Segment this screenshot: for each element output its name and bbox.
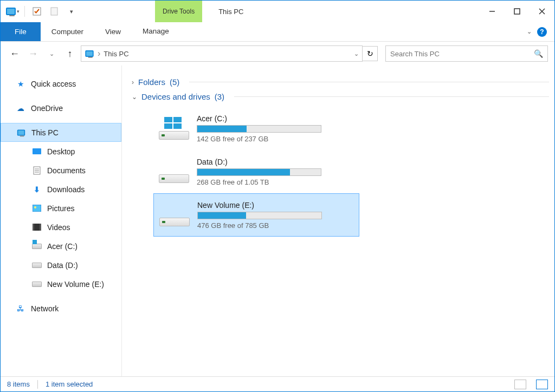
tab-file[interactable]: File bbox=[1, 22, 41, 41]
status-selection: 1 item selected bbox=[46, 380, 93, 388]
contextual-tab-drive-tools[interactable]: Drive Tools bbox=[155, 1, 202, 22]
tab-view[interactable]: View bbox=[94, 22, 132, 41]
drive-icon bbox=[159, 117, 189, 140]
nav-up-button[interactable]: ↑ bbox=[62, 46, 78, 61]
sidebar-item-onedrive[interactable]: ☁ OneDrive bbox=[1, 99, 121, 117]
sidebar-label: Network bbox=[31, 304, 59, 313]
tab-computer[interactable]: Computer bbox=[41, 22, 94, 41]
qat-app-icon[interactable]: ▾ bbox=[5, 5, 20, 18]
refresh-button[interactable]: ↻ bbox=[363, 46, 378, 61]
sidebar-label: Videos bbox=[47, 223, 70, 232]
svg-rect-16 bbox=[173, 117, 182, 122]
sidebar-label: New Volume (E:) bbox=[47, 280, 104, 289]
network-icon: 🖧 bbox=[16, 304, 25, 313]
monitor-icon bbox=[16, 128, 26, 138]
sidebar-label: Downloads bbox=[47, 185, 85, 194]
monitor-icon bbox=[6, 8, 16, 15]
svg-point-11 bbox=[34, 206, 36, 208]
status-divider bbox=[37, 380, 38, 389]
svg-rect-17 bbox=[164, 123, 172, 129]
svg-rect-18 bbox=[173, 123, 182, 129]
drive-usage-bar bbox=[197, 212, 322, 219]
sidebar-item-documents[interactable]: Documents bbox=[1, 161, 121, 180]
content-pane: › Folders (5) ⌄ Devices and drives (3) bbox=[122, 66, 554, 376]
checkbox-icon bbox=[32, 6, 42, 16]
group-header-folders[interactable]: › Folders (5) bbox=[132, 77, 549, 87]
sidebar-label: Pictures bbox=[47, 204, 75, 213]
close-button[interactable] bbox=[530, 1, 554, 22]
drive-name: Acer (C:) bbox=[197, 114, 354, 123]
nav-back-button[interactable]: ← bbox=[7, 46, 22, 61]
drive-icon bbox=[32, 260, 42, 270]
sidebar-label: Quick access bbox=[31, 80, 76, 88]
drive-icon bbox=[159, 160, 189, 183]
documents-icon bbox=[32, 166, 42, 175]
sidebar-label: Acer (C:) bbox=[47, 242, 78, 251]
svg-rect-3 bbox=[514, 9, 520, 14]
sidebar-item-drive-d[interactable]: Data (D:) bbox=[1, 256, 121, 275]
view-details-button[interactable] bbox=[514, 380, 526, 389]
group-label: Devices and drives bbox=[141, 92, 210, 101]
group-label: Folders bbox=[138, 77, 165, 87]
window-title: This PC bbox=[218, 1, 243, 22]
status-item-count: 8 items bbox=[7, 380, 30, 388]
sidebar-item-pictures[interactable]: Pictures bbox=[1, 199, 121, 218]
close-icon bbox=[539, 8, 545, 15]
drive-usage-bar bbox=[197, 125, 321, 133]
group-count: (5) bbox=[170, 77, 179, 87]
view-tiles-button[interactable] bbox=[536, 380, 548, 389]
group-header-devices[interactable]: ⌄ Devices and drives (3) bbox=[132, 92, 549, 101]
address-dropdown[interactable]: ⌄ bbox=[354, 50, 359, 57]
sidebar-item-desktop[interactable]: Desktop bbox=[1, 142, 121, 161]
search-input[interactable] bbox=[390, 50, 534, 58]
nav-recent-button[interactable]: ⌄ bbox=[44, 46, 59, 61]
search-icon[interactable]: 🔍 bbox=[534, 49, 543, 58]
address-path: This PC bbox=[104, 50, 351, 58]
drive-item-d[interactable]: Data (D:) 268 GB free of 1.05 TB bbox=[153, 150, 359, 193]
sidebar-item-drive-c[interactable]: Acer (C:) bbox=[1, 237, 121, 256]
help-icon[interactable]: ? bbox=[537, 27, 547, 37]
ribbon-expand-button[interactable]: ⌄ bbox=[527, 28, 532, 35]
svg-rect-13 bbox=[33, 224, 34, 231]
sidebar-item-this-pc[interactable]: This PC bbox=[1, 123, 121, 142]
sidebar-label: Data (D:) bbox=[47, 261, 78, 270]
svg-rect-15 bbox=[164, 117, 172, 122]
sidebar-label: OneDrive bbox=[31, 104, 63, 113]
tab-manage[interactable]: Manage bbox=[132, 22, 180, 41]
sidebar-item-drive-e[interactable]: New Volume (E:) bbox=[1, 275, 121, 293]
drive-name: New Volume (E:) bbox=[197, 201, 353, 210]
chevron-down-icon: ⌄ bbox=[132, 93, 137, 101]
svg-rect-10 bbox=[33, 205, 41, 212]
sidebar-label: Desktop bbox=[47, 147, 75, 156]
qat-customize[interactable]: ▾ bbox=[64, 5, 79, 18]
qat-properties[interactable] bbox=[29, 5, 44, 18]
chevron-right-icon: › bbox=[132, 79, 134, 86]
qat-new-folder[interactable] bbox=[47, 5, 62, 18]
desktop-icon bbox=[32, 147, 42, 156]
pictures-icon bbox=[32, 204, 42, 213]
titlebar: ▾ ▾ Drive Tools This PC bbox=[1, 1, 554, 22]
status-bar: 8 items 1 item selected bbox=[1, 376, 554, 391]
minimize-icon bbox=[489, 8, 495, 15]
navigation-pane: ★ Quick access ☁ OneDrive This PC Deskto… bbox=[1, 66, 122, 376]
ribbon: File Computer View Manage ⌄ ? bbox=[1, 22, 554, 42]
minimize-button[interactable] bbox=[480, 1, 505, 22]
drive-free-text: 142 GB free of 237 GB bbox=[197, 135, 354, 143]
svg-rect-14 bbox=[40, 224, 41, 231]
sidebar-item-quick-access[interactable]: ★ Quick access bbox=[1, 74, 121, 93]
nav-forward-button[interactable]: → bbox=[25, 46, 41, 61]
sidebar-item-network[interactable]: 🖧 Network bbox=[1, 299, 121, 318]
drive-icon bbox=[32, 279, 42, 289]
cloud-icon: ☁ bbox=[16, 103, 25, 113]
sidebar-item-downloads[interactable]: ⬇ Downloads bbox=[1, 180, 121, 199]
search-box[interactable]: 🔍 bbox=[385, 45, 548, 62]
drive-item-e[interactable]: New Volume (E:) 476 GB free of 785 GB bbox=[153, 193, 359, 237]
sidebar-item-videos[interactable]: Videos bbox=[1, 218, 121, 237]
nav-row: ← → ⌄ ↑ › This PC ⌄ ↻ 🔍 bbox=[1, 42, 554, 66]
address-bar[interactable]: › This PC ⌄ bbox=[81, 45, 363, 62]
maximize-icon bbox=[514, 8, 520, 15]
maximize-button[interactable] bbox=[505, 1, 530, 22]
drive-item-c[interactable]: Acer (C:) 142 GB free of 237 GB bbox=[153, 107, 359, 150]
drive-name: Data (D:) bbox=[197, 158, 354, 166]
windows-logo-icon bbox=[164, 117, 183, 129]
